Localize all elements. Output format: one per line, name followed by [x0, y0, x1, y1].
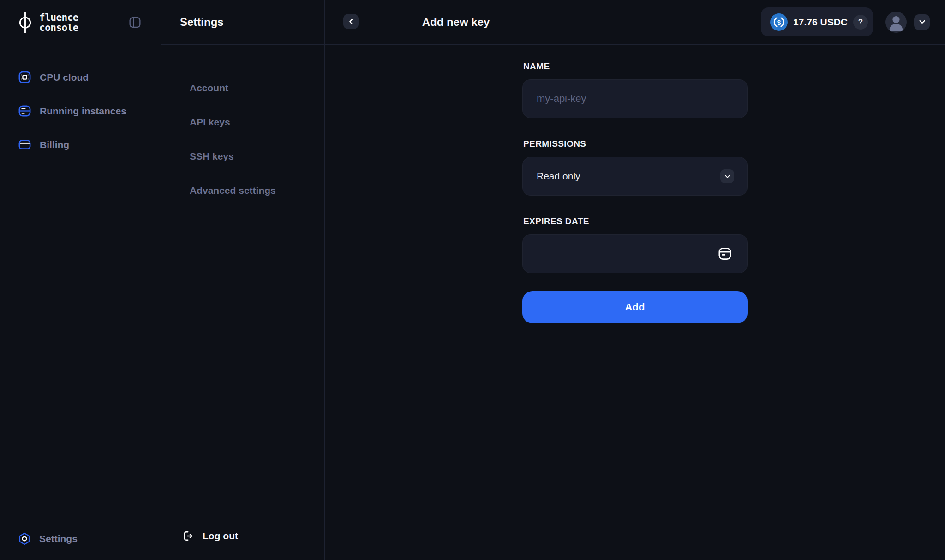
settings-nav-advanced-settings[interactable]: Advanced settings	[161, 173, 324, 208]
brand-text: fluence console	[39, 12, 78, 33]
avatar[interactable]	[885, 12, 907, 33]
calendar-icon	[717, 245, 733, 262]
permissions-label: PERMISSIONS	[523, 139, 748, 149]
cpu-icon	[18, 70, 32, 84]
balance-pill[interactable]: $ 17.76 USDC ?	[761, 7, 873, 36]
settings-nav-ssh-keys[interactable]: SSH keys	[161, 139, 324, 173]
sidebar-collapse-button[interactable]	[128, 15, 142, 30]
user-icon	[885, 12, 907, 33]
sidebar-item-label: Settings	[39, 533, 78, 544]
settings-nav-api-keys[interactable]: API keys	[161, 105, 324, 139]
page-title: Add new key	[422, 16, 490, 29]
phi-logo-icon	[18, 11, 33, 34]
hexagon-settings-icon	[18, 532, 31, 546]
credit-card-icon	[18, 137, 32, 152]
chevron-left-icon	[347, 18, 355, 25]
expires-label: EXPIRES DATE	[523, 216, 748, 226]
header-right: $ 17.76 USDC ?	[761, 7, 945, 36]
logout-label: Log out	[203, 530, 238, 542]
permissions-selected-value: Read only	[537, 171, 580, 182]
name-input[interactable]	[522, 79, 748, 118]
sidebar-nav: CPU cloud Running instances	[0, 45, 161, 161]
chevron-down-icon	[720, 169, 734, 183]
question-icon: ?	[858, 18, 863, 27]
expires-date-wrap	[522, 234, 748, 273]
sidebar: fluence console	[0, 0, 161, 560]
account-menu-button[interactable]	[914, 14, 930, 30]
brand-line1: fluence	[39, 12, 78, 23]
balance-amount: 17.76 USDC	[793, 17, 848, 28]
expires-field-group: EXPIRES DATE	[522, 216, 748, 273]
brand-logo[interactable]: fluence console	[18, 11, 78, 34]
calendar-button[interactable]	[716, 245, 734, 262]
logo-row: fluence console	[0, 0, 161, 45]
sidebar-item-label: CPU cloud	[40, 72, 89, 83]
add-button[interactable]: Add	[522, 291, 748, 323]
brand-line2: console	[39, 23, 78, 33]
panel-left-icon	[128, 15, 142, 30]
logout-button[interactable]: Log out	[161, 524, 238, 548]
main-area: Add new key $ 17.76 USDC ?	[325, 0, 945, 560]
settings-nav-account[interactable]: Account	[161, 71, 324, 105]
main-header: Add new key $ 17.76 USDC ?	[325, 0, 945, 45]
main-content: NAME PERMISSIONS Read only	[325, 45, 945, 560]
sidebar-item-label: Billing	[40, 139, 69, 150]
server-stack-icon	[18, 104, 32, 118]
settings-panel: Settings Account API keys SSH keys Advan…	[161, 0, 325, 560]
usdc-icon: $	[770, 13, 788, 31]
svg-text:$: $	[777, 18, 781, 26]
balance-help-button[interactable]: ?	[853, 15, 868, 30]
settings-panel-title: Settings	[180, 16, 224, 29]
chevron-down-icon	[918, 18, 926, 26]
back-button[interactable]	[343, 14, 359, 29]
app-window: fluence console	[0, 0, 945, 560]
settings-panel-header: Settings	[161, 0, 324, 45]
sidebar-bottom: Settings	[0, 524, 161, 560]
sidebar-item-cpu-cloud[interactable]: CPU cloud	[0, 60, 161, 94]
expires-date-input[interactable]	[522, 234, 748, 273]
sidebar-item-running-instances[interactable]: Running instances	[0, 94, 161, 128]
name-label: NAME	[523, 61, 748, 71]
settings-panel-bottom: Log out	[161, 524, 324, 560]
name-field-group: NAME	[522, 61, 748, 118]
sidebar-item-billing[interactable]: Billing	[0, 128, 161, 161]
add-key-form: NAME PERMISSIONS Read only	[522, 45, 748, 560]
sidebar-item-label: Running instances	[40, 106, 126, 117]
logout-icon	[182, 530, 195, 542]
permissions-select[interactable]: Read only	[522, 157, 748, 196]
permissions-field-group: PERMISSIONS Read only	[522, 139, 748, 196]
settings-nav: Account API keys SSH keys Advanced setti…	[161, 45, 324, 208]
sidebar-item-settings[interactable]: Settings	[0, 524, 161, 553]
